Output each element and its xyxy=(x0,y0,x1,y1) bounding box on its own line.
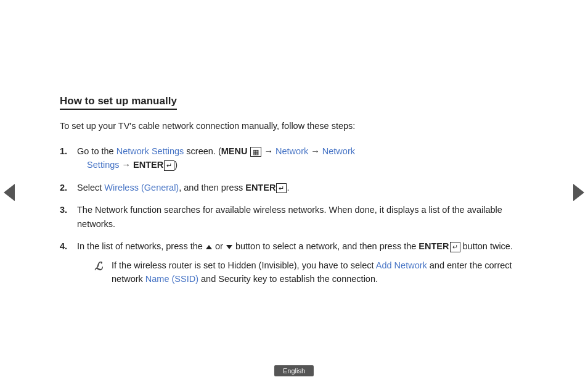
step-item-2: 2. Select Wireless (General), and then p… xyxy=(60,181,528,194)
step-item-4: 4. In the list of networks, press the or… xyxy=(60,239,528,286)
menu-icon: ▦ xyxy=(250,147,261,157)
note-item: ℒ If the wireless router is set to Hidde… xyxy=(94,259,528,286)
page-container: How to set up manually To set up your TV… xyxy=(0,0,588,385)
enter-box-3: ↵ xyxy=(450,242,460,252)
step-number-4: 4. xyxy=(60,239,77,253)
page-title: How to set up manually xyxy=(60,95,177,110)
network-link-1: Network xyxy=(276,146,308,156)
step-number-3: 3. xyxy=(60,203,77,217)
step-item-1: 1. Go to the Network Settings screen. (M… xyxy=(60,144,528,172)
intro-text: To set up your TV's cable network connec… xyxy=(60,120,528,133)
menu-label: MENU xyxy=(221,146,248,156)
step-content-2: Select Wireless (General), and then pres… xyxy=(77,181,528,194)
nav-arrow-left[interactable] xyxy=(0,177,18,208)
enter-label-2: ENTER xyxy=(245,183,276,192)
name-ssid-link: Name (SSID) xyxy=(145,274,198,284)
step-number-1: 1. xyxy=(60,144,77,158)
language-footer: English xyxy=(274,365,314,376)
enter-box-1: ↵ xyxy=(164,160,174,170)
steps-list: 1. Go to the Network Settings screen. (M… xyxy=(60,144,528,286)
enter-box-2: ↵ xyxy=(276,183,287,193)
note-icon: ℒ xyxy=(94,259,112,276)
nav-arrow-right[interactable] xyxy=(570,177,588,208)
add-network-link: Add Network xyxy=(376,260,427,270)
step-content-3: The Network function searches for availa… xyxy=(77,203,528,231)
step-number-2: 2. xyxy=(60,181,77,194)
content-area: How to set up manually To set up your TV… xyxy=(41,78,547,307)
down-arrow-icon xyxy=(226,245,232,249)
network-settings-link-1: Network Settings xyxy=(116,146,184,156)
note-content: If the wireless router is set to Hidden … xyxy=(112,259,528,286)
up-arrow-icon xyxy=(206,245,212,249)
step-content-4: In the list of networks, press the or bu… xyxy=(77,239,528,286)
right-arrow-icon xyxy=(573,184,584,201)
language-label: English xyxy=(283,367,305,375)
enter-label-1: ENTER xyxy=(133,160,163,170)
step-item-3: 3. The Network function searches for ava… xyxy=(60,203,528,231)
left-arrow-icon xyxy=(4,184,15,201)
enter-label-3: ENTER xyxy=(419,241,449,251)
wireless-general-link: Wireless (General) xyxy=(104,183,179,192)
step-content-1: Go to the Network Settings screen. (MENU… xyxy=(77,144,528,172)
